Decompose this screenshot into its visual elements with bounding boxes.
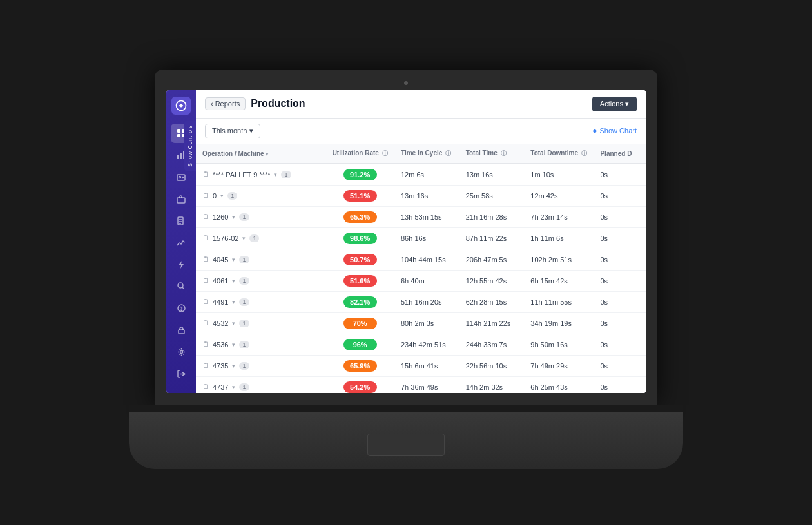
machine-doc-icon: 🗒 xyxy=(202,256,209,263)
machine-cell: 🗒 4061 ▾ 1 xyxy=(196,270,325,291)
table-header-row: Operation / Machine ▾ Utilization Rate ⓘ… xyxy=(196,144,646,164)
planned-cell: 0s xyxy=(594,164,646,186)
expand-arrow: ▾ xyxy=(220,193,224,199)
sidebar-item-search[interactable] xyxy=(171,277,191,296)
util-badge: 98.6% xyxy=(343,233,377,244)
col-planned: Planned D xyxy=(594,144,646,164)
table-row[interactable]: 🗒 4491 ▾ 1 82.1% 51h 16m 20s 62h 28m 15s… xyxy=(196,291,646,312)
machine-cell: 🗒 0 ▾ 1 xyxy=(196,185,325,206)
sidebar-item-lightning[interactable] xyxy=(171,255,191,274)
machine-doc-icon: 🗒 xyxy=(202,171,209,178)
table-row[interactable]: 🗒 4532 ▾ 1 70% 80h 2m 3s 114h 21m 22s 34… xyxy=(196,312,646,334)
sidebar-item-help[interactable] xyxy=(171,298,191,318)
machine-name: 4045 xyxy=(213,256,228,263)
chart-circle-icon: ● xyxy=(592,126,597,135)
table-row[interactable]: 🗒 4735 ▾ 1 65.9% 15h 6m 41s 22h 56m 10s … xyxy=(196,355,646,376)
camera-dot xyxy=(404,81,408,85)
util-rate-cell: 91.2% xyxy=(325,164,394,186)
total-time-cell: 206h 47m 5s xyxy=(459,249,525,270)
machine-name: 0 xyxy=(213,192,217,200)
actions-button[interactable]: Actions ▾ xyxy=(592,97,637,111)
machine-doc-icon: 🗒 xyxy=(202,362,209,369)
period-chevron-icon: ▾ xyxy=(249,127,253,135)
machine-count-badge: 1 xyxy=(239,213,249,221)
expand-arrow: ▾ xyxy=(232,363,235,369)
expand-arrow: ▾ xyxy=(232,214,235,220)
sidebar-item-briefcase[interactable] xyxy=(171,189,191,209)
svg-rect-10 xyxy=(177,198,185,203)
machine-cell: 🗒 1576-02 ▾ 1 xyxy=(196,227,325,249)
machine-cell: 🗒 4536 ▾ 1 xyxy=(196,334,325,355)
show-chart-button[interactable]: ● Show Chart xyxy=(592,126,637,135)
util-rate-cell: 51.6% xyxy=(325,270,394,291)
table-row[interactable]: 🗒 4536 ▾ 1 96% 234h 42m 51s 244h 33m 7s … xyxy=(196,334,646,355)
util-rate-cell: 65.3% xyxy=(325,206,394,227)
util-badge: 54.2% xyxy=(343,381,377,393)
util-badge: 50.7% xyxy=(343,254,377,265)
machine-count-badge: 1 xyxy=(239,362,249,370)
machine-cell: 🗒 4737 ▾ 1 xyxy=(196,376,325,393)
sidebar-item-files[interactable] xyxy=(171,211,191,231)
sidebar-item-analytics[interactable] xyxy=(171,233,191,253)
util-badge: 96% xyxy=(343,339,377,350)
data-table-wrapper[interactable]: Operation / Machine ▾ Utilization Rate ⓘ… xyxy=(196,144,646,393)
util-info-icon: ⓘ xyxy=(382,150,388,157)
machine-cell: 🗒 1260 ▾ 1 xyxy=(196,206,325,227)
sidebar-item-logout[interactable] xyxy=(171,364,191,383)
table-row[interactable]: 🗒 1260 ▾ 1 65.3% 13h 53m 15s 21h 16m 28s… xyxy=(196,206,646,227)
time-in-cycle-cell: 104h 44m 15s xyxy=(394,249,459,270)
machine-name: 1260 xyxy=(213,213,228,221)
machine-name: 4532 xyxy=(213,320,228,327)
table-row[interactable]: 🗒 1576-02 ▾ 1 98.6% 86h 16s 87h 11m 22s … xyxy=(196,227,646,249)
col-time-in-cycle: Time In Cycle ⓘ xyxy=(394,144,459,164)
total-time-cell: 12h 55m 42s xyxy=(459,270,525,291)
svg-point-12 xyxy=(178,283,183,288)
table-row[interactable]: 🗒 0 ▾ 1 51.1% 13m 16s 25m 58s 12m 42s 0s xyxy=(196,185,646,206)
col-total-time: Total Time ⓘ xyxy=(459,144,525,164)
laptop-touchpad xyxy=(367,434,445,456)
machine-cell: 🗒 4735 ▾ 1 xyxy=(196,355,325,376)
util-badge: 51.1% xyxy=(343,190,377,202)
page-header: ‹ Reports Production Actions ▾ xyxy=(196,90,646,119)
toolbar: This month ▾ ● Show Chart xyxy=(196,119,646,144)
downtime-cell: 1h 11m 6s xyxy=(524,227,594,249)
header-left: ‹ Reports Production xyxy=(205,97,305,110)
table-row[interactable]: 🗒 **** PALLET 9 **** ▾ 1 91.2% 12m 6s 13… xyxy=(196,164,646,186)
table-row[interactable]: 🗒 4045 ▾ 1 50.7% 104h 44m 15s 206h 47m 5… xyxy=(196,249,646,270)
sidebar-item-lock[interactable] xyxy=(171,320,191,339)
machine-name: 4061 xyxy=(213,277,228,285)
machine-name: 4735 xyxy=(213,362,228,370)
util-badge: 65.3% xyxy=(343,211,377,223)
machine-count-badge: 1 xyxy=(239,256,249,263)
total-time-cell: 22h 56m 10s xyxy=(459,355,525,376)
table-row[interactable]: 🗒 4737 ▾ 1 54.2% 7h 36m 49s 14h 2m 32s 6… xyxy=(196,376,646,393)
expand-arrow: ▾ xyxy=(232,384,235,390)
planned-cell: 0s xyxy=(594,355,646,376)
app-logo[interactable] xyxy=(171,97,191,115)
show-controls-tab[interactable]: Show Controls xyxy=(184,121,196,171)
downtime-cell: 6h 15m 42s xyxy=(524,270,594,291)
downtime-cell: 34h 19m 19s xyxy=(524,312,594,334)
machine-count-badge: 1 xyxy=(249,234,259,242)
planned-cell: 0s xyxy=(594,206,646,227)
expand-arrow: ▾ xyxy=(232,278,235,284)
machine-count-badge: 1 xyxy=(239,341,249,348)
total-time-cell: 114h 21m 22s xyxy=(459,312,525,334)
period-selector[interactable]: This month ▾ xyxy=(205,124,260,138)
util-rate-cell: 50.7% xyxy=(325,249,394,270)
expand-arrow: ▾ xyxy=(232,320,235,327)
col-downtime: Total Downtime ⓘ xyxy=(524,144,594,164)
total-time-cell: 87h 11m 22s xyxy=(459,227,525,249)
back-button[interactable]: ‹ Reports xyxy=(205,97,246,110)
sidebar-item-settings[interactable] xyxy=(171,342,191,361)
util-rate-cell: 98.6% xyxy=(325,227,394,249)
planned-cell: 0s xyxy=(594,227,646,249)
machine-cell: 🗒 4532 ▾ 1 xyxy=(196,312,325,334)
table-row[interactable]: 🗒 4061 ▾ 1 51.6% 6h 40m 12h 55m 42s 6h 1… xyxy=(196,270,646,291)
planned-cell: 0s xyxy=(594,334,646,355)
col-operation[interactable]: Operation / Machine ▾ xyxy=(196,144,325,164)
expand-arrow: ▾ xyxy=(242,235,246,242)
svg-rect-3 xyxy=(177,134,180,137)
total-time-cell: 25m 58s xyxy=(459,185,525,206)
expand-arrow: ▾ xyxy=(274,171,277,178)
